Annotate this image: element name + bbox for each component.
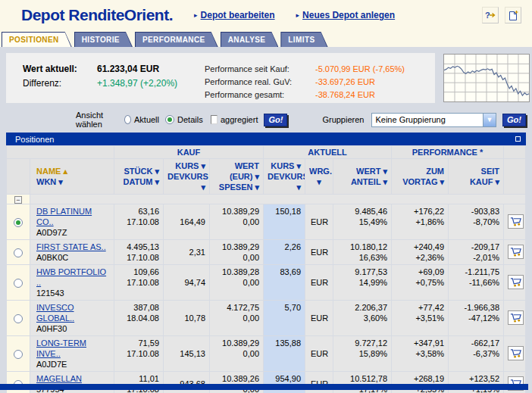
kurs-aktuell-cell: 2,26: [264, 240, 305, 264]
position-wkn: A0HF30: [36, 323, 110, 334]
stueck-datum-cell: 387,0818.04.08: [114, 301, 163, 335]
tab-historie[interactable]: HISTORIE: [74, 32, 133, 47]
tab-positionen-label: POSITIONEN: [2, 33, 71, 47]
radio-details[interactable]: [165, 115, 174, 124]
zum-vortag-cell: +69,09+0,75%: [392, 265, 448, 300]
row-radio[interactable]: [14, 218, 23, 227]
filter-bar: Ansicht wählen Aktuell Details aggregier…: [6, 111, 526, 128]
panel-collapse-icon[interactable]: [515, 136, 521, 142]
summary-section: Wert aktuell: 61.233,04 EUR Differenz: +…: [6, 53, 532, 103]
ansicht-go-button[interactable]: Go!: [264, 114, 287, 126]
row-radio[interactable]: [14, 279, 23, 288]
position-wkn: A0JD7E: [36, 359, 110, 370]
table-row: LONG-TERM INVE..A0JD7E71,5917.10.08145,1…: [7, 336, 525, 371]
tab-performance[interactable]: PERFORMANCE: [135, 32, 218, 47]
position-name-link[interactable]: DB PLATINUM CO..: [36, 206, 110, 227]
summary-left: Wert aktuell: 61.233,04 EUR Differenz: +…: [23, 62, 205, 103]
wert-anteil-cell: 9.727,1215,89%: [333, 336, 391, 371]
page-title: Depot RenditeOrient.: [21, 6, 173, 24]
position-name-link[interactable]: MAGELLAN: [36, 373, 82, 384]
col-header-wert-kauf[interactable]: WERT (EUR) ▾SPESEN ▾: [210, 159, 263, 194]
waehrung-cell: EUR: [305, 336, 333, 371]
bottom-bar: [0, 384, 528, 390]
col-header-wrg[interactable]: WRG.▾: [305, 159, 333, 194]
gruppieren-go-button[interactable]: Go!: [502, 114, 526, 126]
tab-analyse[interactable]: ANALYSE: [221, 32, 279, 47]
gruppieren-select[interactable]: Keine Gruppierung ▼: [371, 113, 496, 127]
zum-vortag-cell: +347,91+3,58%: [392, 336, 448, 371]
tab-analyse-label: ANALYSE: [221, 33, 278, 47]
ansicht-waehlen-label: Ansicht wählen: [76, 111, 117, 129]
seit-kauf-cell: -1.966,38-47,12%: [449, 301, 503, 335]
help-forward-button[interactable]: ?: [482, 7, 499, 23]
col-header-kurs-aktuell[interactable]: KURS ▾DEVKURS ▾: [264, 159, 305, 194]
seit-kauf-cell: -1.211,75-11,66%: [449, 265, 503, 300]
tab-bar: POSITIONEN HISTORIE PERFORMANCE ANALYSE …: [0, 30, 532, 47]
kurs-kauf-cell: 2,31: [164, 240, 209, 264]
row-select-cell: [7, 204, 30, 239]
col-header-zum-vortag[interactable]: ZUMVORTAG ▾: [392, 159, 448, 194]
col-header-wert-aktuell[interactable]: WERT ▾ANTEIL ▾: [333, 159, 391, 194]
cart-icon: [509, 276, 522, 288]
col-header-stueck[interactable]: STÜCK ▾DATUM ▾: [114, 159, 163, 194]
cart-button[interactable]: [508, 346, 524, 360]
position-wkn: 121543: [36, 288, 110, 298]
kurs-aktuell-cell: 135,88: [264, 336, 305, 371]
wert-spesen-cell: 10.389,280,00: [210, 265, 263, 300]
position-name-link[interactable]: HWB PORTFOLIO ..: [36, 267, 110, 288]
stueck-datum-cell: 4.495,1317.10.08: [114, 240, 163, 264]
cart-button[interactable]: [508, 245, 524, 259]
aggregiert-checkbox[interactable]: [211, 115, 217, 124]
help-forward-icon: ?: [484, 10, 496, 20]
wert-anteil-cell: 2.206,373,60%: [333, 301, 391, 335]
tab-historie-label: HISTORIE: [75, 33, 132, 47]
cart-icon: [509, 348, 522, 359]
cart-button[interactable]: [508, 214, 524, 229]
differenz-label: Differenz:: [23, 76, 97, 91]
col-header-seit-kauf[interactable]: SEITKAUF ▾: [449, 159, 503, 194]
cart-cell: [504, 265, 525, 300]
stueck-datum-cell: 109,6617.10.08: [114, 265, 163, 300]
wert-spesen-cell: 10.389,290,00: [210, 240, 263, 264]
wert-aktuell-value: 61.233,04 EUR: [97, 62, 159, 76]
name-cell: FIRST STATE AS..A0BK0C: [30, 240, 114, 264]
position-name-link[interactable]: INVESCO GLOBAL..: [36, 302, 110, 323]
tab-limits[interactable]: LIMITS: [280, 32, 327, 47]
arrow-bullet-icon: ▸: [194, 11, 198, 19]
collapse-spacer: [30, 195, 525, 204]
table-row: FIRST STATE AS..A0BK0C4.495,1317.10.082,…: [7, 240, 525, 264]
col-header-select: [7, 159, 30, 194]
row-radio[interactable]: [14, 248, 23, 257]
col-header-kurs-kauf[interactable]: KURS ▾DEVKURS ▾: [164, 159, 209, 194]
positions-table: KAUFAKTUELLPERFORMANCE *NAME ▴WKN ▾STÜCK…: [6, 145, 526, 393]
waehrung-cell: EUR: [305, 301, 333, 335]
wert-spesen-cell: 10.389,290,00: [210, 204, 263, 239]
radio-aktuell[interactable]: [124, 115, 131, 124]
group-header-blank2: [504, 146, 525, 158]
depot-bearbeiten-link[interactable]: Depot bearbeiten: [201, 10, 275, 20]
row-radio[interactable]: [14, 314, 23, 323]
seit-kauf-cell: -662,17-6,37%: [449, 336, 503, 371]
collapse-toggle-icon[interactable]: −: [14, 196, 22, 204]
neues-depot-link[interactable]: Neues Depot anlegen: [302, 10, 395, 20]
row-select-cell: [7, 240, 30, 264]
col-header-name[interactable]: NAME ▴WKN ▾: [30, 159, 114, 194]
link-depot-bearbeiten[interactable]: ▸ Depot bearbeiten: [194, 10, 275, 20]
cart-button[interactable]: [508, 310, 524, 325]
name-cell: INVESCO GLOBAL..A0HF30: [30, 301, 114, 335]
row-radio[interactable]: [14, 350, 23, 359]
new-document-button[interactable]: [505, 7, 521, 23]
row-select-cell: [7, 336, 30, 371]
aggregiert-label: aggregiert: [221, 115, 258, 124]
chevron-down-icon[interactable]: ▼: [483, 114, 496, 126]
perf-seit-kauf-label: Performance seit Kauf:: [205, 63, 315, 76]
cart-button[interactable]: [508, 275, 524, 289]
position-name-link[interactable]: FIRST STATE AS..: [36, 242, 106, 252]
perf-gesamt-label: Performance gesamt:: [205, 89, 315, 101]
cart-icon: [509, 312, 522, 323]
column-header-row: NAME ▴WKN ▾STÜCK ▾DATUM ▾KURS ▾DEVKURS ▾…: [7, 159, 525, 194]
tab-positionen[interactable]: POSITIONEN: [2, 32, 72, 47]
position-name-link[interactable]: LONG-TERM INVE..: [36, 338, 110, 359]
wert-aktuell-label: Wert aktuell:: [23, 62, 97, 76]
link-neues-depot[interactable]: ▸ Neues Depot anlegen: [296, 10, 396, 20]
